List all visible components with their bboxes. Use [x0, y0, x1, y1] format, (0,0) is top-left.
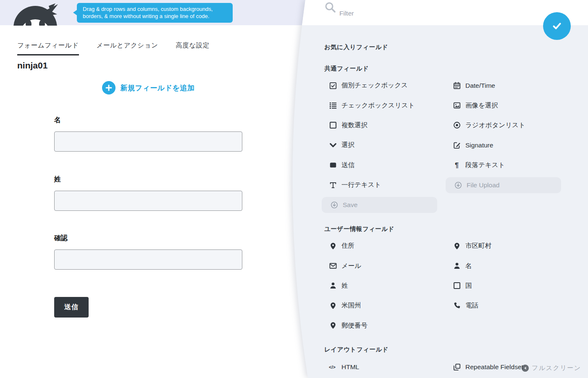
map-marker-icon [329, 321, 337, 330]
tab-emails-actions[interactable]: メールとアクション [97, 41, 158, 55]
field-item-map-marker[interactable]: 米国州 [322, 296, 446, 315]
section-header-common-fields: 共通フィールド [324, 65, 369, 73]
field-item-map-marker[interactable]: 郵便番号 [322, 316, 446, 336]
page-title: ninja01 [17, 60, 47, 71]
plus-icon [102, 81, 116, 94]
field-item-save-circle[interactable]: File Upload [446, 177, 561, 193]
drag-drop-tooltip: Drag & drop rows and columns, custom bac… [77, 3, 233, 23]
tab-advanced[interactable]: 高度な設定 [176, 41, 209, 55]
submit-button[interactable]: 送信 [54, 297, 89, 318]
last-name-input[interactable] [54, 191, 242, 211]
calendar-icon [453, 81, 461, 90]
square-outline-icon [453, 281, 461, 290]
tooltip-line-1: Drag & drop rows and columns, custom bac… [83, 6, 227, 13]
field-item-signature[interactable]: Signature [446, 135, 570, 155]
collapse-left-icon [521, 364, 529, 372]
field-item-checkbox-list[interactable]: チェックボックスリスト [322, 95, 446, 115]
fields-panel: お気に入りフィールド 共通フィールド 個別チェックボックス Date/Time … [322, 0, 571, 378]
tooltip-line-2: borders, & more without writing a single… [83, 13, 227, 20]
add-new-field-button[interactable]: 新規フィールドを追加 [54, 81, 242, 94]
publish-check-button[interactable] [543, 12, 571, 40]
signature-icon [453, 141, 461, 150]
field-item-calendar[interactable]: Date/Time [446, 76, 570, 95]
image-icon [453, 101, 461, 110]
field-item-user[interactable]: 姓 [322, 276, 446, 296]
field-item-image[interactable]: 画像を選択 [446, 95, 570, 115]
confirm-input[interactable] [54, 249, 242, 270]
envelope-icon [329, 262, 337, 270]
form-field-first-name: 名 [54, 116, 242, 152]
field-item-square-outline[interactable]: 国 [446, 276, 570, 296]
field-label: 姓 [54, 175, 242, 184]
field-item-user[interactable]: 名 [446, 256, 570, 276]
field-item-map-marker[interactable]: 市区町村 [446, 236, 570, 256]
square-filled-icon [329, 161, 337, 169]
section-header-layout-fields: レイアウトフィールド [324, 346, 388, 354]
form-field-confirm: 確認 [54, 234, 242, 270]
field-item-map-marker[interactable]: 住所 [322, 236, 446, 256]
field-item-square-filled[interactable]: 送信 [322, 155, 446, 175]
field-item-checkbox-checked[interactable]: 個別チェックボックス [322, 76, 446, 95]
map-marker-icon [329, 302, 337, 310]
user-info-fields-list: 住所 市区町村 メール 名 姓 国 米国州 電話 郵便番号 [322, 236, 570, 336]
form-field-last-name: 姓 [54, 175, 242, 211]
field-label: 名 [54, 116, 242, 125]
field-item-square-outline[interactable]: 複数選択 [322, 116, 446, 135]
check-icon [551, 20, 563, 32]
field-item-save-circle[interactable]: Save [322, 197, 437, 213]
field-item-phone[interactable]: 電話 [446, 296, 570, 315]
fullscreen-toggle[interactable]: フルスクリーン [521, 364, 581, 372]
pilcrow-icon: ¶ [453, 161, 461, 169]
code-icon: </> [329, 363, 337, 371]
tab-form-fields[interactable]: フォームフィールド [17, 41, 79, 55]
first-name-input[interactable] [54, 131, 242, 152]
field-item-envelope[interactable]: メール [322, 256, 446, 276]
field-item-radio[interactable]: ラジオボタンリスト [446, 116, 570, 135]
map-marker-icon [453, 242, 461, 250]
fullscreen-label: フルスクリーン [532, 364, 581, 372]
square-outline-icon [329, 121, 337, 129]
add-new-field-label: 新規フィールドを追加 [121, 83, 195, 93]
field-item-text-input[interactable]: 一行テキスト [322, 175, 446, 195]
chevron-down-icon [329, 141, 337, 150]
text-input-icon [329, 181, 337, 189]
svg-text:¶: ¶ [455, 161, 459, 169]
user-icon [329, 281, 337, 290]
field-label: 確認 [54, 234, 242, 243]
section-header-favorite-fields: お気に入りフィールド [324, 43, 388, 51]
field-item-chevron-down[interactable]: 選択 [322, 135, 446, 155]
clone-icon [453, 363, 461, 371]
ninja-forms-logo [12, 2, 59, 26]
user-icon [453, 262, 461, 270]
builder-tabs: フォームフィールド メールとアクション 高度な設定 [17, 41, 210, 55]
section-header-user-info-fields: ユーザー情報フィールド [324, 225, 394, 233]
checkbox-list-icon [329, 101, 337, 110]
checkbox-checked-icon [329, 81, 337, 90]
svg-text:</>: </> [329, 365, 336, 370]
field-item-code[interactable]: </> HTML [322, 357, 446, 377]
map-marker-icon [329, 242, 337, 250]
field-item-pilcrow[interactable]: ¶ 段落テキスト [446, 155, 570, 175]
save-circle-icon [454, 181, 462, 189]
phone-icon [453, 302, 461, 310]
radio-icon [453, 121, 461, 129]
save-circle-icon [330, 201, 339, 209]
common-fields-list: 個別チェックボックス Date/Time チェックボックスリスト 画像を選択 複… [322, 76, 570, 215]
